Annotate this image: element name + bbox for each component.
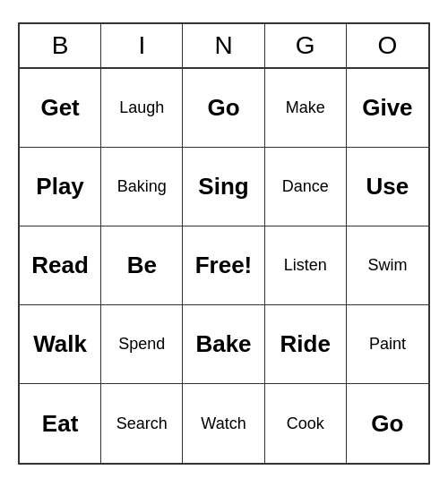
cell-r0-c4: Give xyxy=(347,69,428,148)
cell-r4-c2: Watch xyxy=(183,384,264,463)
cell-r3-c3: Ride xyxy=(265,305,347,384)
cell-r2-c1: Be xyxy=(101,226,183,305)
bingo-card: BINGO GetLaughGoMakeGivePlayBakingSingDa… xyxy=(18,22,430,465)
cell-r4-c3: Cook xyxy=(265,384,347,463)
cell-text: Be xyxy=(127,252,157,279)
cell-text: Read xyxy=(31,252,89,279)
cell-r3-c1: Spend xyxy=(101,305,183,384)
cell-r0-c1: Laugh xyxy=(101,69,183,148)
cell-text: Search xyxy=(116,414,168,433)
cell-r3-c2: Bake xyxy=(183,305,264,384)
cell-text: Go xyxy=(207,94,239,122)
cell-text: Bake xyxy=(195,330,251,358)
header-letter: O xyxy=(347,24,428,67)
cell-r2-c3: Listen xyxy=(265,226,347,305)
cell-text: Eat xyxy=(42,410,78,438)
cell-text: Listen xyxy=(284,256,327,275)
bingo-grid: GetLaughGoMakeGivePlayBakingSingDanceUse… xyxy=(20,69,428,463)
cell-r3-c0: Walk xyxy=(20,305,101,384)
cell-text: Spend xyxy=(118,335,165,354)
cell-text: Make xyxy=(286,98,325,117)
cell-r4-c1: Search xyxy=(101,384,183,463)
cell-r4-c0: Eat xyxy=(20,384,101,463)
cell-r1-c1: Baking xyxy=(101,148,183,226)
cell-r4-c4: Go xyxy=(347,384,428,463)
cell-text: Go xyxy=(371,410,403,438)
cell-text: Use xyxy=(366,173,409,201)
header-letter: N xyxy=(183,24,264,67)
cell-text: Swim xyxy=(367,256,407,275)
cell-text: Baking xyxy=(117,177,167,196)
header-letter: I xyxy=(101,24,183,67)
cell-text: Get xyxy=(40,94,79,122)
cell-text: Cook xyxy=(287,414,324,433)
cell-r1-c3: Dance xyxy=(265,148,347,226)
cell-r0-c3: Make xyxy=(265,69,347,148)
cell-r2-c2: Free! xyxy=(183,226,264,305)
cell-text: Walk xyxy=(33,330,87,358)
cell-text: Free! xyxy=(195,252,253,279)
header-letter: B xyxy=(20,24,101,67)
cell-text: Ride xyxy=(280,330,331,358)
cell-r2-c4: Swim xyxy=(347,226,428,305)
cell-r0-c2: Go xyxy=(183,69,264,148)
header-letter: G xyxy=(265,24,347,67)
cell-text: Sing xyxy=(198,173,248,201)
cell-text: Laugh xyxy=(119,98,164,117)
cell-r1-c2: Sing xyxy=(183,148,264,226)
cell-r1-c0: Play xyxy=(20,148,101,226)
cell-text: Paint xyxy=(369,335,406,354)
cell-text: Watch xyxy=(201,414,246,433)
bingo-header: BINGO xyxy=(20,24,428,69)
cell-text: Give xyxy=(362,94,412,122)
cell-r0-c0: Get xyxy=(20,69,101,148)
cell-text: Play xyxy=(36,173,84,201)
cell-r3-c4: Paint xyxy=(347,305,428,384)
cell-r2-c0: Read xyxy=(20,226,101,305)
cell-r1-c4: Use xyxy=(347,148,428,226)
cell-text: Dance xyxy=(282,177,329,196)
